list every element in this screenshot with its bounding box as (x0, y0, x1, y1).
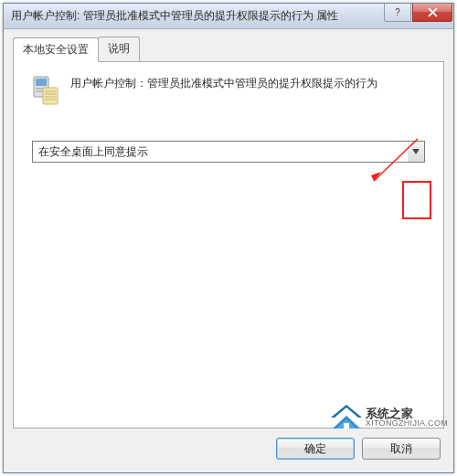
tab-strip: 本地安全设置 说明 (13, 37, 444, 61)
cancel-button[interactable]: 取消 (362, 438, 441, 460)
policy-icon (30, 75, 61, 106)
dialog-buttons: 确定 取消 (13, 428, 444, 463)
dropdown-container: 在安全桌面上同意提示 (30, 141, 427, 163)
chevron-down-icon (412, 149, 420, 154)
policy-header: 用户帐户控制：管理员批准模式中管理员的提升权限提示的行为 (30, 75, 427, 106)
svg-rect-4 (43, 88, 58, 104)
elevation-behavior-dropdown[interactable]: 在安全桌面上同意提示 (32, 141, 425, 163)
tabs-container: 本地安全设置 说明 (13, 37, 444, 428)
help-button[interactable]: ? (384, 4, 411, 22)
dropdown-button[interactable] (408, 142, 424, 162)
watermark-url: XITONGZHIJIA.COM (366, 419, 448, 428)
policy-description: 用户帐户控制：管理员批准模式中管理员的提升权限提示的行为 (70, 75, 377, 106)
annotation-highlight-box (402, 181, 431, 219)
watermark-icon (331, 405, 362, 430)
ok-button[interactable]: 确定 (276, 438, 355, 460)
tab-explain[interactable]: 说明 (98, 37, 140, 61)
svg-rect-1 (36, 79, 47, 86)
properties-dialog: 用户帐户控制: 管理员批准模式中管理员的提升权限提示的行为 属性 ? 本地安全设… (3, 3, 454, 473)
close-icon (428, 7, 438, 17)
titlebar-buttons: ? (384, 4, 453, 28)
svg-rect-10 (344, 423, 349, 428)
tab-panel: 用户帐户控制：管理员批准模式中管理员的提升权限提示的行为 在安全桌面上同意提示 (13, 61, 444, 428)
tab-local-security[interactable]: 本地安全设置 (13, 37, 99, 62)
watermark-text: 系统之家 XITONGZHIJIA.COM (366, 407, 448, 428)
close-button[interactable] (412, 4, 452, 22)
window-title: 用户帐户控制: 管理员批准模式中管理员的提升权限提示的行为 属性 (11, 8, 384, 24)
dropdown-value: 在安全桌面上同意提示 (38, 144, 148, 160)
watermark: 系统之家 XITONGZHIJIA.COM (331, 405, 448, 430)
titlebar: 用户帐户控制: 管理员批准模式中管理员的提升权限提示的行为 属性 ? (4, 4, 453, 29)
